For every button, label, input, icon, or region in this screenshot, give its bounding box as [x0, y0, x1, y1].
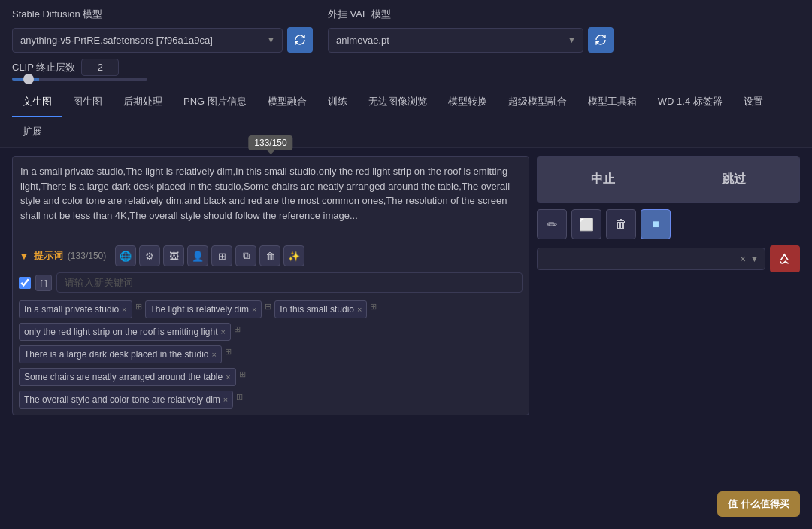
- search-input[interactable]: [544, 254, 735, 265]
- sd-dropdown-wrapper: anything-v5-PrtRE.safetensors [7f96a1a9c…: [12, 28, 283, 53]
- tab-settings[interactable]: 设置: [733, 87, 774, 117]
- tag-image-icon-4: ⊞: [225, 347, 232, 357]
- keyword-input[interactable]: [56, 272, 523, 293]
- tag-row-4: The overall style and color tone are rel…: [19, 391, 523, 409]
- sd-model-refresh-button[interactable]: [287, 27, 313, 53]
- tab-model-tools[interactable]: 模型工具箱: [577, 87, 647, 117]
- copy-button[interactable]: ⧉: [235, 245, 256, 266]
- face-button[interactable]: 👤: [187, 245, 208, 266]
- tag-close-icon[interactable]: ×: [223, 396, 228, 404]
- vae-model-refresh-button[interactable]: [588, 27, 614, 53]
- tab-postprocess[interactable]: 后期处理: [113, 87, 173, 117]
- vae-model-select-row: animevae.pt ▼: [328, 27, 614, 53]
- tag-row-1: only the red light strip on the roof is …: [19, 323, 523, 341]
- prompt-toolbar: ▼ 提示词 (133/150) 🌐 ⚙ 🖼 👤 ⊞ ⧉ 🗑 ✨: [13, 242, 529, 269]
- main-content: 133/150 In a small private studio,The li…: [0, 148, 812, 423]
- prompt-expand-icon[interactable]: ▼: [19, 250, 29, 262]
- trash-tool-button[interactable]: 🗑: [606, 209, 636, 239]
- tag-text: In a small private studio: [24, 304, 119, 315]
- tag-image-icon-1: ⊞: [265, 302, 271, 312]
- search-clear-icon[interactable]: ×: [740, 253, 746, 265]
- paint-brush-icon: [779, 253, 791, 265]
- sd-model-section: Stable Diffusion 模型 anything-v5-PrtRE.sa…: [12, 8, 313, 53]
- search-input-wrapper: × ▼: [537, 248, 765, 270]
- square-tool-button[interactable]: ⬜: [571, 209, 601, 239]
- tag-close-icon[interactable]: ×: [220, 328, 225, 336]
- tag-text: Some chairs are neatly arranged around t…: [24, 372, 223, 382]
- tag-image-icon-5: ⊞: [239, 369, 246, 379]
- tag-close-icon[interactable]: ×: [211, 351, 216, 359]
- tag-close-icon[interactable]: ×: [122, 306, 126, 314]
- settings-button[interactable]: ⚙: [139, 245, 160, 266]
- blue-square-tool-button[interactable]: ■: [641, 209, 671, 239]
- vae-model-dropdown[interactable]: animevae.pt: [328, 28, 583, 53]
- tag-text: only the red light strip on the roof is …: [24, 327, 217, 337]
- char-counter-tooltip: 133/150: [248, 135, 292, 150]
- clip-label: CLIP 终止层数: [12, 61, 75, 74]
- prompt-title-text: 提示词: [34, 249, 63, 263]
- globe-button[interactable]: 🌐: [115, 245, 136, 266]
- search-row: × ▼: [537, 245, 800, 272]
- tag-small-private-studio: In a small private studio ×: [19, 300, 132, 318]
- skip-button[interactable]: 跳过: [668, 157, 799, 202]
- prompt-title: ▼ 提示词 (133/150): [19, 249, 106, 263]
- red-action-button[interactable]: [770, 245, 800, 272]
- tags-area: In a small private studio × ⊞ The light …: [13, 296, 529, 415]
- image-ref-button[interactable]: 🖼: [163, 245, 184, 266]
- tag-image-icon-6: ⊞: [236, 392, 243, 402]
- tag-text: The light is relatively dim: [150, 304, 249, 315]
- tag-image-icon-2: ⊞: [370, 302, 377, 312]
- sd-model-label: Stable Diffusion 模型: [12, 8, 313, 21]
- vae-model-section: 外挂 VAE 模型 animevae.pt ▼: [328, 8, 614, 53]
- tab-txt2img[interactable]: 文生图: [12, 87, 62, 117]
- magic-button[interactable]: ✨: [283, 245, 304, 266]
- tag-close-icon[interactable]: ×: [357, 306, 362, 314]
- tab-model-merge[interactable]: 模型融合: [257, 87, 317, 117]
- tag-close-icon[interactable]: ×: [252, 306, 256, 314]
- tag-image-icon-0: ⊞: [135, 302, 142, 312]
- tab-extensions[interactable]: 扩展: [12, 117, 53, 147]
- delete-button[interactable]: 🗑: [259, 245, 280, 266]
- tab-image-browser[interactable]: 无边图像浏览: [358, 87, 438, 117]
- grid-button[interactable]: ⊞: [211, 245, 232, 266]
- bracket-btn[interactable]: [ ]: [35, 275, 52, 291]
- tag-image-icon-3: ⊞: [234, 324, 241, 334]
- refresh-icon: [294, 34, 306, 46]
- tab-wd-tagger[interactable]: WD 1.4 标签器: [647, 87, 733, 117]
- right-panel: 中止 跳过 ✏ ⬜ 🗑 ■ × ▼: [537, 156, 800, 415]
- stop-button[interactable]: 中止: [538, 157, 668, 202]
- pencil-tool-button[interactable]: ✏: [537, 209, 567, 239]
- tab-img2img[interactable]: 图生图: [62, 87, 113, 117]
- tag-close-icon[interactable]: ×: [226, 373, 230, 382]
- clip-slider[interactable]: [12, 78, 147, 81]
- model-row: Stable Diffusion 模型 anything-v5-PrtRE.sa…: [12, 8, 800, 53]
- keyword-input-row: [ ]: [13, 269, 529, 296]
- sd-model-dropdown[interactable]: anything-v5-PrtRE.safetensors [7f96a1a9c…: [12, 28, 283, 53]
- prompt-textarea[interactable]: In a small private studio,The light is r…: [13, 157, 529, 239]
- tag-red-light: only the red light strip on the roof is …: [19, 323, 231, 341]
- top-bar: Stable Diffusion 模型 anything-v5-PrtRE.sa…: [0, 0, 812, 87]
- tab-super-merge[interactable]: 超级模型融合: [498, 87, 577, 117]
- tab-model-convert[interactable]: 模型转换: [438, 87, 498, 117]
- vae-model-label: 外挂 VAE 模型: [328, 8, 614, 21]
- watermark: 值 什么值得买: [717, 491, 800, 517]
- tabs-bar: 文生图 图生图 后期处理 PNG 图片信息 模型融合 训练 无边图像浏览 模型转…: [0, 87, 812, 148]
- tab-train[interactable]: 训练: [317, 87, 358, 117]
- tag-text: There is a large dark desk placed in the…: [24, 349, 208, 360]
- search-dropdown-arrow-icon[interactable]: ▼: [750, 254, 759, 263]
- keyword-checkbox[interactable]: [19, 277, 31, 289]
- left-panel: 133/150 In a small private studio,The li…: [12, 156, 529, 415]
- prompt-toolbar-icons: 🌐 ⚙ 🖼 👤 ⊞ ⧉ 🗑 ✨: [115, 245, 304, 266]
- tag-chairs: Some chairs are neatly arranged around t…: [19, 368, 236, 386]
- tag-text: In this small studio: [280, 304, 354, 315]
- tag-row-0: In a small private studio × ⊞ The light …: [19, 300, 523, 318]
- tag-text: The overall style and color tone are rel…: [24, 394, 220, 405]
- prompt-area: 133/150 In a small private studio,The li…: [12, 156, 529, 415]
- tool-icons-row: ✏ ⬜ 🗑 ■: [537, 209, 800, 239]
- tag-small-studio: In this small studio ×: [274, 300, 367, 318]
- action-buttons: 中止 跳过: [537, 156, 800, 203]
- tag-overall-style: The overall style and color tone are rel…: [19, 391, 233, 409]
- tag-col-0: ⊞: [135, 300, 142, 312]
- tab-png-info[interactable]: PNG 图片信息: [173, 87, 257, 117]
- refresh-icon-vae: [595, 34, 607, 46]
